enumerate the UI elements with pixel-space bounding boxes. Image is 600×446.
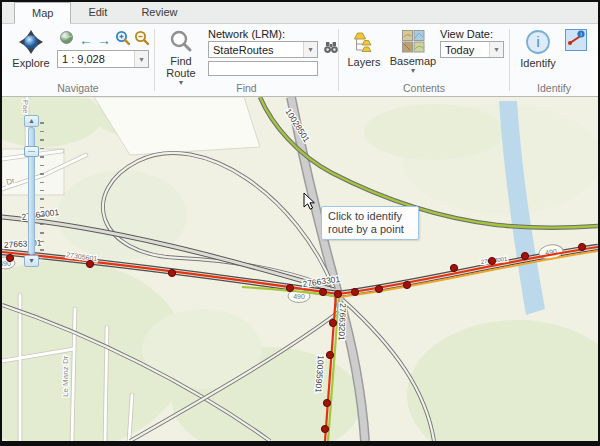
zoom-slider-handle[interactable] (24, 146, 39, 157)
tooltip-line-1: Click to identify (328, 210, 412, 223)
find-route-label-1: Find (170, 56, 191, 67)
svg-text:27663201: 27663201 (337, 303, 348, 341)
svg-text:Le Manz Dr: Le Manz Dr (61, 355, 70, 397)
zoom-out-icon (134, 30, 150, 50)
map-svg[interactable]: 490 490 490 27663001 27663101 10028501 2… (2, 97, 598, 441)
forward-arrow-icon: → (97, 33, 111, 47)
network-lrm-label: Network (LRM): (208, 28, 285, 40)
tab-review[interactable]: Review (124, 2, 194, 24)
scale-value: 1 : 9,028 (62, 53, 134, 65)
explore-compass-icon (18, 29, 44, 57)
layers-button[interactable]: Layers (344, 30, 384, 68)
basemap-icon (402, 30, 425, 55)
identify-label: Identify (520, 58, 555, 69)
layers-label: Layers (347, 57, 380, 68)
svg-text:i: i (536, 34, 539, 50)
route-input[interactable] (208, 61, 318, 76)
zoom-in-button[interactable] (114, 31, 132, 48)
group-label-contents: Contents (339, 82, 509, 94)
explore-button[interactable]: Explore (9, 29, 53, 69)
ribbon-tabbar: Map Edit Review (2, 2, 598, 24)
previous-extent-button[interactable]: ← (77, 31, 95, 48)
network-combobox[interactable]: StateRoutes ▾ (208, 41, 318, 58)
chevron-down-icon[interactable]: ▾ (303, 42, 317, 57)
view-date-label: View Date: (440, 28, 493, 40)
layers-icon (352, 30, 376, 56)
identify-info-icon: i (525, 29, 551, 57)
network-value: StateRoutes (213, 44, 303, 56)
identify-button[interactable]: i Identify (516, 29, 560, 69)
zoom-in-icon (115, 30, 131, 50)
binoculars-icon (323, 40, 339, 59)
tab-map[interactable]: Map (14, 2, 71, 24)
ribbon: Map Edit Review Explore (2, 2, 598, 97)
svg-text:Pae: Pae (21, 100, 30, 113)
svg-text:i: i (580, 31, 581, 37)
map-zoom-slider: ▲ ▼ (24, 115, 44, 267)
group-label-navigate: Navigate (2, 82, 154, 94)
map-tooltip: Click to identify route by a point (321, 206, 419, 240)
zoom-out-button[interactable] (133, 31, 151, 48)
next-extent-button[interactable]: → (95, 31, 113, 48)
chevron-down-icon[interactable]: ▾ (134, 51, 148, 67)
svg-text:490: 490 (293, 293, 305, 300)
explore-label: Explore (12, 58, 49, 69)
find-route-button[interactable]: Find Route ▾ (160, 29, 202, 86)
tab-edit[interactable]: Edit (71, 2, 124, 24)
zoom-slider-plus-button[interactable]: ▲ (24, 115, 39, 127)
group-label-identify: Identify (510, 82, 598, 94)
identify-route-point-icon: i (566, 28, 586, 52)
group-label-find: Find (155, 82, 338, 94)
globe-icon (59, 30, 74, 49)
tooltip-line-2: route by a point (328, 223, 412, 236)
find-route-magnifier-icon (169, 29, 193, 55)
default-extent-button[interactable] (57, 31, 75, 48)
identify-route-by-point-tool-button[interactable]: i (565, 29, 587, 51)
zoom-slider-ticks (40, 122, 44, 260)
app-window: Map Edit Review Explore (0, 0, 600, 446)
chevron-down-icon[interactable]: ▾ (489, 42, 503, 57)
app-inner: Map Edit Review Explore (2, 2, 598, 441)
back-arrow-icon: ← (79, 33, 93, 47)
chevron-down-icon: ▾ (411, 67, 415, 74)
basemap-button[interactable]: Basemap ▾ (390, 30, 436, 74)
view-date-combobox[interactable]: Today ▾ (440, 41, 504, 58)
zoom-slider-minus-button[interactable]: ▼ (24, 255, 39, 267)
scale-combobox[interactable]: 1 : 9,028 ▾ (57, 50, 149, 68)
view-date-value: Today (445, 44, 489, 56)
map-viewport[interactable]: 490 490 490 27663001 27663101 10028501 2… (2, 97, 598, 441)
